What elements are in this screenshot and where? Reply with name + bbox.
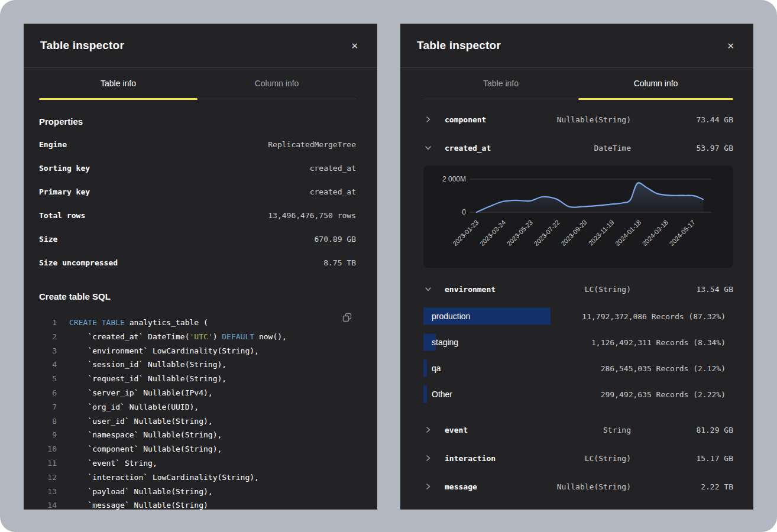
- x-axis-tick-label: 2023-05-23: [506, 219, 534, 247]
- column-size: 13.54 GB: [696, 285, 733, 294]
- column-type: Nullable(String): [557, 115, 631, 124]
- sql-line-number: 10: [39, 442, 57, 456]
- y-axis-label: 0: [462, 208, 466, 216]
- column-name: component: [445, 115, 486, 124]
- tab-bar: Table infoColumn info: [423, 68, 733, 99]
- sql-token: `interaction` LowCardinality(String),: [69, 473, 259, 482]
- column-row-message[interactable]: messageNullable(String)2.22 TB: [423, 472, 733, 501]
- column-info-content: componentNullable(String)73.44 GBcreated…: [400, 105, 753, 501]
- x-axis-tick-label: 2024-01-18: [614, 219, 642, 247]
- x-axis-tick-label: 2023-09-20: [559, 219, 588, 247]
- sql-token: analytics_table (: [130, 318, 208, 327]
- sql-line: 8 `user_id` Nullable(String),: [39, 414, 356, 429]
- sql-code-text: `environment` LowCardinality(String),: [69, 344, 259, 358]
- sql-token: `environment` LowCardinality(String),: [69, 346, 259, 355]
- create-table-sql-heading: Create table SQL: [39, 291, 356, 303]
- sql-line: 9 `namespace` Nullable(String),: [39, 428, 356, 442]
- column-size: 2.22 TB: [701, 482, 733, 491]
- sql-token: `message` Nullable(String): [69, 501, 208, 510]
- columns-list: componentNullable(String)73.44 GBcreated…: [423, 105, 733, 501]
- sql-code-text: `payload` Nullable(String),: [69, 485, 213, 499]
- property-row-sorting-key: Sorting keycreated_at: [39, 156, 356, 180]
- sql-line-number: 8: [39, 414, 57, 429]
- tab-table-info[interactable]: Table info: [423, 68, 578, 99]
- copy-icon[interactable]: [341, 311, 354, 326]
- area-fill: [477, 183, 703, 212]
- value-bar: [423, 386, 427, 403]
- sql-token: 'UTC': [190, 332, 213, 341]
- x-axis-tick-label: 2023-01-23: [451, 219, 480, 247]
- chevron-right-icon: [423, 115, 433, 124]
- page-backdrop: Table inspector ✕ Table infoColumn info …: [0, 0, 777, 532]
- sql-line: 14 `message` Nullable(String): [39, 498, 356, 510]
- value-label: Other: [432, 390, 452, 399]
- x-axis-tick-label: 2023-11-19: [587, 219, 616, 247]
- sql-line-number: 9: [39, 428, 57, 442]
- column-size: 15.17 GB: [696, 454, 733, 463]
- property-label: Engine: [39, 140, 67, 149]
- sql-code-text: `message` Nullable(String): [69, 498, 208, 510]
- modal-header: Table inspector ✕: [400, 24, 753, 68]
- sql-line: 5 `request_id` Nullable(String),: [39, 372, 356, 386]
- close-icon[interactable]: ✕: [724, 39, 737, 53]
- sql-code-text: `request_id` Nullable(String),: [69, 372, 226, 386]
- column-row-interaction[interactable]: interactionLC(String)15.17 GB: [423, 444, 733, 472]
- column-row-environment[interactable]: environmentLC(String)13.54 GB: [423, 275, 733, 303]
- tab-bar: Table infoColumn info: [39, 68, 356, 99]
- sql-token: `component` Nullable(String),: [69, 445, 222, 453]
- sql-line-number: 14: [39, 498, 57, 510]
- tab-table-info[interactable]: Table info: [39, 68, 198, 99]
- x-axis-tick-label: 2024-03-18: [641, 219, 669, 247]
- sql-line: 4 `session_id` Nullable(String),: [39, 358, 356, 372]
- sql-code-text: `created_at` DateTime('UTC') DEFAULT now…: [69, 330, 287, 344]
- property-row-primary-key: Primary keycreated_at: [39, 180, 356, 203]
- value-row-qa: qa286,545,035 Records (2.12%): [423, 355, 733, 381]
- sql-line: 3 `environment` LowCardinality(String),: [39, 344, 356, 358]
- x-axis-tick-label: 2024-05-17: [668, 219, 697, 247]
- property-label: Size: [39, 235, 57, 244]
- property-value: created_at: [310, 164, 356, 173]
- sql-line: 13 `payload` Nullable(String),: [39, 485, 356, 499]
- sql-code-text: `namespace` Nullable(String),: [69, 428, 222, 442]
- column-row-component[interactable]: componentNullable(String)73.44 GB: [423, 105, 733, 134]
- column-type: String: [603, 426, 631, 434]
- modal-title: Table inspector: [40, 39, 124, 52]
- sql-code-text: `component` Nullable(String),: [69, 442, 222, 456]
- column-size: 53.97 GB: [696, 144, 733, 153]
- sql-line-number: 4: [39, 358, 57, 372]
- sql-line-number: 7: [39, 400, 57, 414]
- sql-line-number: 2: [39, 330, 57, 344]
- column-name: interaction: [445, 454, 496, 463]
- close-icon[interactable]: ✕: [348, 39, 361, 53]
- column-type: LC(String): [585, 285, 631, 294]
- sql-line-number: 1: [39, 316, 57, 330]
- column-row-event[interactable]: eventString81.29 GB: [423, 416, 733, 444]
- x-axis-tick-label: 2023-03-24: [478, 219, 507, 247]
- property-label: Size uncompressed: [39, 258, 118, 267]
- sql-token: `payload` Nullable(String),: [69, 487, 213, 496]
- sql-code-text: `session_id` Nullable(String),: [69, 358, 226, 372]
- column-name: message: [445, 482, 477, 491]
- property-label: Primary key: [39, 187, 90, 196]
- sql-token: `event` String,: [69, 459, 157, 468]
- sql-code-text: `interaction` LowCardinality(String),: [69, 471, 259, 485]
- chevron-right-icon: [423, 482, 433, 491]
- column-name: event: [445, 426, 468, 434]
- sql-token: now(),: [254, 332, 287, 341]
- property-row-size: Size670.89 GB: [39, 227, 356, 251]
- sql-line: 2 `created_at` DateTime('UTC') DEFAULT n…: [39, 330, 356, 344]
- column-row-created-at[interactable]: created_atDateTime53.97 GB: [423, 134, 733, 162]
- y-axis-label: 2 000M: [442, 175, 466, 183]
- tab-column-info[interactable]: Column info: [578, 68, 733, 99]
- column-type: DateTime: [594, 144, 631, 153]
- property-row-engine: EngineReplicatedMergeTree: [39, 132, 356, 156]
- value-records: 11,792,372,086 Records (87.32%): [582, 312, 726, 321]
- property-value: 13,496,476,750 rows: [268, 211, 356, 220]
- tab-column-info[interactable]: Column info: [198, 68, 356, 99]
- sql-line: 6 `server_ip` Nullable(IPv4),: [39, 386, 356, 400]
- property-value: 670.89 GB: [315, 235, 356, 244]
- sql-code-text: `user_id` Nullable(String),: [69, 414, 213, 429]
- sql-token: `server_ip` Nullable(IPv4),: [69, 388, 213, 397]
- value-label: qa: [432, 364, 441, 373]
- sql-code-text: `org_id` Nullable(UUID),: [69, 400, 199, 414]
